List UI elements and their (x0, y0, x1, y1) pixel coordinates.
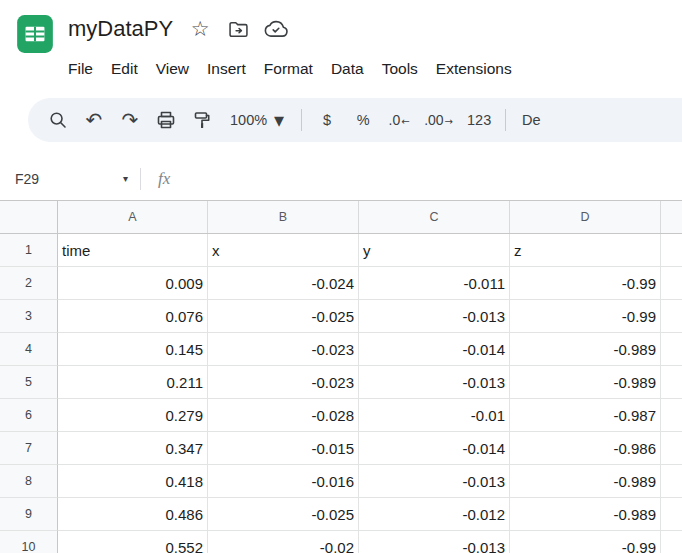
print-icon (156, 110, 176, 130)
cell[interactable] (661, 432, 682, 465)
more-formats-button[interactable]: 123 (460, 103, 498, 137)
cell[interactable]: 0.279 (58, 399, 208, 432)
menu-extensions[interactable]: Extensions (427, 54, 521, 84)
row-header-2[interactable]: 2 (0, 267, 58, 300)
cell[interactable]: -0.986 (510, 432, 661, 465)
row-header-4[interactable]: 4 (0, 333, 58, 366)
row-header-1[interactable]: 1 (0, 234, 58, 267)
cell[interactable]: -0.014 (359, 333, 510, 366)
cell[interactable]: -0.014 (359, 432, 510, 465)
cell[interactable]: -0.989 (510, 366, 661, 399)
cell[interactable]: -0.023 (208, 366, 359, 399)
cell[interactable] (661, 300, 682, 333)
cell[interactable]: -0.013 (359, 300, 510, 333)
currency-icon: $ (323, 112, 331, 128)
select-all-corner[interactable] (0, 201, 58, 233)
document-title[interactable]: myDataPY (68, 16, 173, 42)
column-header-e[interactable] (661, 201, 682, 233)
row-header-9[interactable]: 9 (0, 498, 58, 531)
cell[interactable]: -0.024 (208, 267, 359, 300)
cell[interactable] (661, 267, 682, 300)
cell[interactable]: -0.011 (359, 267, 510, 300)
print-button[interactable] (148, 103, 184, 137)
column-header-d[interactable]: D (510, 201, 661, 233)
formula-bar-separator (140, 168, 141, 190)
cell[interactable]: -0.987 (510, 399, 661, 432)
cell[interactable] (661, 498, 682, 531)
cell[interactable]: -0.99 (510, 267, 661, 300)
cell[interactable]: -0.989 (510, 333, 661, 366)
cell[interactable]: -0.015 (208, 432, 359, 465)
cell[interactable]: -0.989 (510, 498, 661, 531)
formula-input[interactable]: fx (158, 169, 682, 189)
name-box[interactable]: F29 ▾ (0, 171, 140, 187)
cell[interactable]: 0.145 (58, 333, 208, 366)
row-header-5[interactable]: 5 (0, 366, 58, 399)
menu-file[interactable]: File (59, 54, 102, 84)
search-button[interactable] (40, 103, 76, 137)
cell[interactable]: y (359, 234, 510, 267)
cell[interactable]: -0.016 (208, 465, 359, 498)
cell[interactable]: -0.99 (510, 300, 661, 333)
chevron-down-icon: ▾ (123, 174, 128, 184)
column-header-c[interactable]: C (359, 201, 510, 233)
cell[interactable] (661, 531, 682, 553)
menu-data[interactable]: Data (322, 54, 373, 84)
cell[interactable]: -0.013 (359, 531, 510, 553)
menu-insert[interactable]: Insert (198, 54, 255, 84)
cell[interactable]: time (58, 234, 208, 267)
row-header-10[interactable]: 10 (0, 531, 58, 553)
undo-button[interactable]: ↶ (76, 103, 112, 137)
menu-edit[interactable]: Edit (102, 54, 147, 84)
cell[interactable]: -0.989 (510, 465, 661, 498)
redo-button[interactable]: ↷ (112, 103, 148, 137)
zoom-value: 100% (230, 112, 267, 128)
cell[interactable]: 0.552 (58, 531, 208, 553)
cell[interactable]: -0.01 (359, 399, 510, 432)
app-header: myDataPY ☆ File Edit View Insert (0, 0, 682, 90)
cell[interactable]: -0.023 (208, 333, 359, 366)
cell[interactable] (661, 234, 682, 267)
decrease-decimal-button[interactable]: .0 ← (381, 103, 417, 137)
cell[interactable]: z (510, 234, 661, 267)
cell[interactable]: -0.012 (359, 498, 510, 531)
cell[interactable]: -0.025 (208, 498, 359, 531)
column-header-a[interactable]: A (58, 201, 208, 233)
cell[interactable]: -0.99 (510, 531, 661, 553)
cell[interactable]: -0.013 (359, 366, 510, 399)
cell[interactable]: 0.211 (58, 366, 208, 399)
cell[interactable]: -0.025 (208, 300, 359, 333)
font-select[interactable]: De (513, 103, 549, 137)
star-button[interactable]: ☆ (187, 16, 213, 42)
move-to-folder-button[interactable] (225, 16, 251, 42)
cell[interactable] (661, 333, 682, 366)
row-header-3[interactable]: 3 (0, 300, 58, 333)
cell[interactable]: -0.028 (208, 399, 359, 432)
row-header-8[interactable]: 8 (0, 465, 58, 498)
paint-format-button[interactable] (184, 103, 220, 137)
cloud-status-button[interactable] (263, 16, 289, 42)
font-name: De (522, 112, 541, 128)
cell[interactable]: 0.347 (58, 432, 208, 465)
zoom-control[interactable]: 100% ▾ (220, 103, 294, 137)
cell[interactable]: -0.013 (359, 465, 510, 498)
cell[interactable]: 0.418 (58, 465, 208, 498)
cell[interactable]: -0.02 (208, 531, 359, 553)
row-header-7[interactable]: 7 (0, 432, 58, 465)
cell[interactable]: 0.486 (58, 498, 208, 531)
sheets-logo-icon[interactable] (14, 13, 56, 55)
cell[interactable]: 0.009 (58, 267, 208, 300)
menu-format[interactable]: Format (255, 54, 322, 84)
format-percent-button[interactable]: % (345, 103, 381, 137)
row-header-6[interactable]: 6 (0, 399, 58, 432)
format-currency-button[interactable]: $ (309, 103, 345, 137)
cell[interactable]: 0.076 (58, 300, 208, 333)
column-header-b[interactable]: B (208, 201, 359, 233)
menu-tools[interactable]: Tools (373, 54, 427, 84)
cell[interactable] (661, 399, 682, 432)
cell[interactable] (661, 366, 682, 399)
increase-decimal-button[interactable]: .00 → (417, 103, 460, 137)
cell[interactable] (661, 465, 682, 498)
menu-view[interactable]: View (147, 54, 198, 84)
cell[interactable]: x (208, 234, 359, 267)
